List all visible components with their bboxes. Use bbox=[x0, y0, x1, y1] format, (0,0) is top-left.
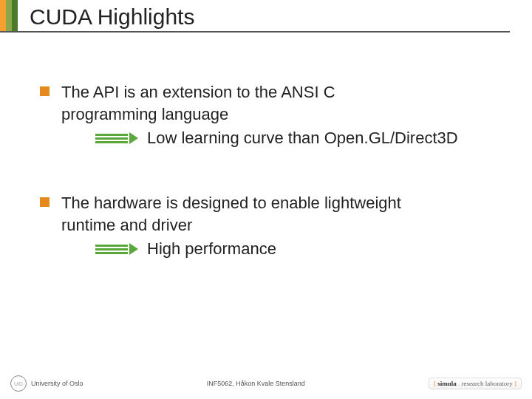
bullet-1-line2: programming language bbox=[61, 103, 458, 126]
arrow-icon bbox=[95, 243, 138, 255]
title-underline bbox=[0, 31, 510, 33]
title-bar: CUDA Highlights bbox=[0, 0, 532, 37]
bullet-1-sub-text: Low learning curve than Open.GL/Direct3D bbox=[147, 127, 458, 149]
content-area: The API is an extension to the ANSI C pr… bbox=[0, 37, 532, 260]
square-bullet-icon bbox=[40, 86, 50, 96]
square-bullet-icon bbox=[40, 197, 50, 207]
uio-seal-icon: UiO bbox=[10, 375, 27, 392]
bullet-2-sub-text: High performance bbox=[147, 238, 276, 260]
bullet-2-line2: runtime and driver bbox=[61, 214, 401, 236]
footer: UiO University of Oslo INF5062, Håkon Kv… bbox=[0, 375, 532, 392]
bullet-2: The hardware is designed to enable light… bbox=[40, 192, 502, 260]
bullet-2-sub: High performance bbox=[61, 238, 401, 260]
footer-left: UiO University of Oslo bbox=[10, 375, 83, 392]
arrow-icon bbox=[95, 132, 138, 144]
bullet-2-line1: The hardware is designed to enable light… bbox=[61, 192, 401, 214]
bullet-2-body: The hardware is designed to enable light… bbox=[61, 192, 401, 260]
bullet-1-body: The API is an extension to the ANSI C pr… bbox=[61, 81, 458, 149]
bullet-1: The API is an extension to the ANSI C pr… bbox=[40, 81, 502, 149]
page-title: CUDA Highlights bbox=[30, 4, 532, 30]
bullet-1-line1: The API is an extension to the ANSI C bbox=[61, 81, 458, 103]
footer-affiliation: University of Oslo bbox=[31, 380, 83, 387]
footer-mid: INF5062, Håkon Kvale Stensland bbox=[83, 380, 429, 387]
footer-right: [ simula . research laboratory ] bbox=[429, 378, 522, 389]
simula-logo: [ simula . research laboratory ] bbox=[429, 378, 522, 389]
title-accent bbox=[0, 0, 18, 31]
bullet-1-sub: Low learning curve than Open.GL/Direct3D bbox=[61, 127, 458, 149]
